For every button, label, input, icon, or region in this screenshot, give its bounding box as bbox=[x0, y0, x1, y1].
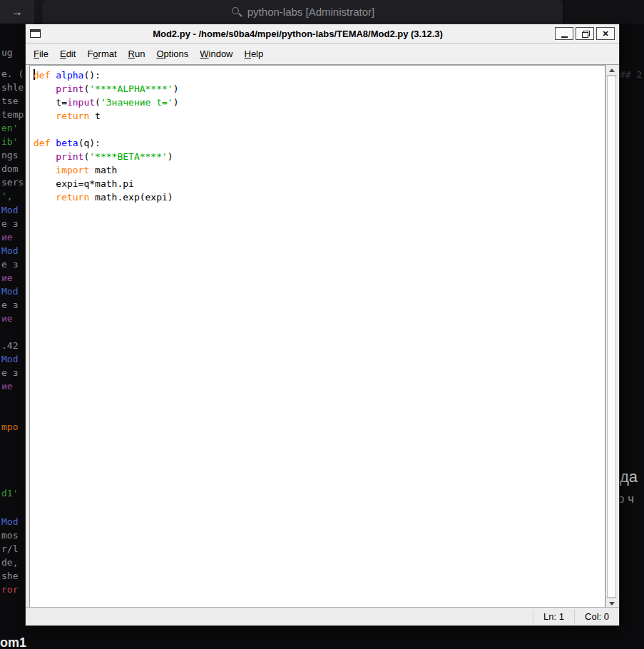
background-text-fragment: ие bbox=[1, 314, 13, 324]
menu-options[interactable]: Options bbox=[150, 46, 194, 62]
status-col: Col: 0 bbox=[574, 609, 619, 624]
background-text-fragment: mos bbox=[1, 531, 18, 541]
background-text-fragment: r/l bbox=[1, 544, 18, 554]
minimize-icon bbox=[561, 36, 568, 38]
background-text-fragment: dom bbox=[1, 164, 18, 174]
status-line: Ln: 1 bbox=[533, 609, 574, 624]
code-line: def alpha(): bbox=[34, 68, 605, 82]
background-text-fragment: ngs bbox=[1, 150, 18, 160]
background-text-fragment: de, bbox=[1, 558, 18, 568]
background-text-fragment: Mod bbox=[1, 246, 18, 256]
menu-file[interactable]: File bbox=[28, 46, 54, 62]
background-text-fragment: ## 2 bbox=[620, 69, 642, 80]
background-text-fragment: ib' bbox=[1, 137, 18, 147]
background-text-fragment: e з bbox=[1, 300, 18, 310]
window-search-title[interactable]: python-labs [Administrator] bbox=[43, 0, 563, 24]
desktop: → python-labs [Administrator] ug (e. (sh… bbox=[0, 0, 644, 649]
background-text-fragment: tse bbox=[1, 96, 18, 106]
top-bar-right-area bbox=[563, 0, 644, 24]
menu-window[interactable]: Window bbox=[194, 46, 238, 62]
background-text-fragment: Mod bbox=[1, 517, 18, 527]
title-bar[interactable]: Mod2.py - /home/s0ba4/mpei/python-labs/T… bbox=[26, 24, 619, 44]
background-text-fragment: e з bbox=[1, 368, 18, 378]
scroll-down-icon bbox=[609, 602, 615, 605]
background-text-fragment: ие bbox=[1, 273, 13, 283]
background-text-fragment: temp bbox=[1, 110, 24, 120]
menu-run[interactable]: Run bbox=[123, 46, 151, 62]
background-text-fragment: mpo bbox=[1, 422, 18, 432]
background-text-fragment: Mod bbox=[1, 205, 18, 215]
background-text-fragment: о ч bbox=[618, 492, 634, 506]
maximize-button[interactable] bbox=[576, 27, 594, 40]
background-text-fragment: en' bbox=[1, 123, 18, 133]
code-line: def beta(q): bbox=[34, 136, 605, 150]
background-text-fragment: shle bbox=[1, 83, 24, 93]
background-text-fragment: ', bbox=[1, 191, 13, 201]
code-line: print('****BETA****') bbox=[34, 150, 605, 163]
background-text-fragment: d1' bbox=[1, 489, 18, 499]
code-line: return t bbox=[34, 109, 605, 123]
background-text-fragment: e. ( bbox=[1, 69, 24, 79]
background-text-fragment: Mod bbox=[1, 354, 18, 364]
close-button[interactable]: ✕ bbox=[596, 27, 615, 40]
code-line: t=input('Значение t=') bbox=[34, 96, 605, 109]
code-line: expi=q*math.pi bbox=[34, 177, 605, 190]
background-text-fragment: sers bbox=[1, 178, 24, 188]
search-icon bbox=[232, 7, 242, 17]
scroll-up-icon bbox=[609, 68, 615, 72]
background-text-fragment: ие bbox=[1, 232, 13, 242]
menu-help[interactable]: Help bbox=[239, 46, 270, 62]
background-text-fragment: Mod bbox=[1, 287, 18, 297]
minimize-button[interactable] bbox=[555, 27, 573, 40]
window-icon bbox=[30, 29, 41, 38]
idle-editor-window: Mod2.py - /home/s0ba4/mpei/python-labs/T… bbox=[25, 24, 620, 626]
background-text-fragment: she bbox=[1, 571, 18, 581]
background-text-fragment-bottom: om1 bbox=[0, 635, 26, 649]
restore-icon bbox=[582, 31, 588, 36]
menu-bar: FileEditFormatRunOptionsWindowHelp bbox=[26, 44, 619, 65]
vertical-scrollbar[interactable] bbox=[605, 65, 616, 608]
window-controls: ✕ bbox=[555, 27, 615, 40]
background-text-fragment: .42 bbox=[1, 341, 18, 351]
background-text-fragment: e з bbox=[1, 219, 18, 229]
arrow-icon: → bbox=[11, 6, 23, 19]
background-text-fragment: ие bbox=[1, 382, 13, 392]
search-title-text: python-labs [Administrator] bbox=[247, 6, 374, 18]
back-arrow-button[interactable]: → bbox=[0, 0, 34, 24]
background-top-bar: → python-labs [Administrator] bbox=[0, 0, 644, 24]
scroll-up-button[interactable] bbox=[606, 65, 617, 76]
menu-edit[interactable]: Edit bbox=[54, 46, 81, 62]
code-editor[interactable]: def alpha(): print('****ALPHA****') t=in… bbox=[29, 65, 605, 608]
background-text-fragment: да bbox=[620, 468, 638, 486]
background-text-fragment: e з bbox=[1, 260, 18, 270]
scrollbar-thumb[interactable] bbox=[607, 76, 616, 598]
code-area: def alpha(): print('****ALPHA****') t=in… bbox=[34, 68, 605, 204]
status-bar: Ln: 1 Col: 0 bbox=[26, 607, 619, 625]
code-line bbox=[34, 123, 605, 136]
code-line: return math.exp(expi) bbox=[34, 190, 605, 204]
menu-format[interactable]: Format bbox=[81, 46, 122, 62]
window-title: Mod2.py - /home/s0ba4/mpei/python-labs/T… bbox=[41, 29, 555, 39]
background-text-fragment: ror bbox=[1, 585, 18, 595]
code-line: import math bbox=[34, 163, 605, 177]
close-icon: ✕ bbox=[602, 30, 608, 38]
code-line: print('****ALPHA****') bbox=[34, 82, 605, 96]
